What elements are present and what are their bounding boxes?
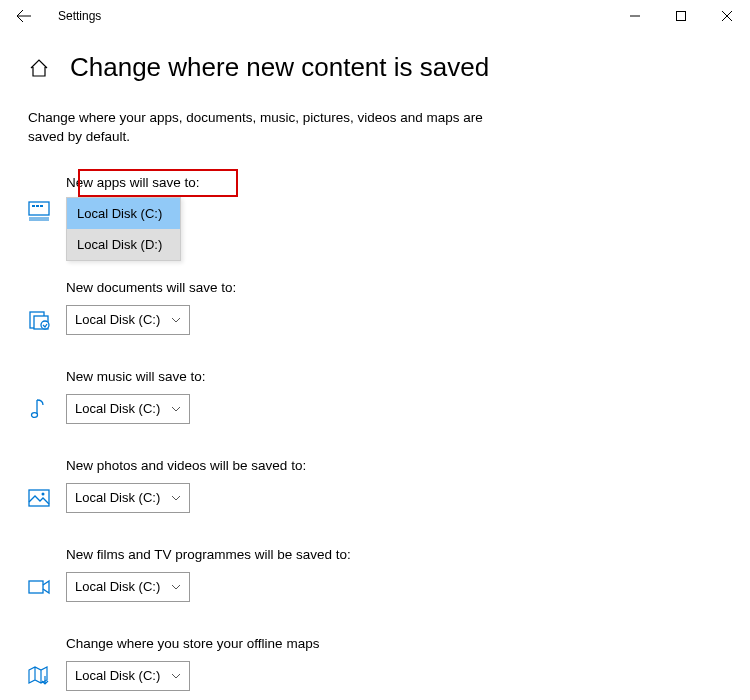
- home-icon[interactable]: [28, 57, 50, 79]
- select-value: Local Disk (C:): [75, 579, 160, 594]
- section-films: New films and TV programmes will be save…: [28, 547, 750, 602]
- maximize-icon: [676, 11, 686, 21]
- window-controls: [612, 0, 750, 32]
- svg-rect-9: [29, 490, 49, 506]
- select-value: Local Disk (C:): [75, 401, 160, 416]
- minimize-icon: [630, 11, 640, 21]
- films-icon: [28, 576, 50, 598]
- svg-rect-0: [677, 12, 686, 21]
- section-label: New films and TV programmes will be save…: [66, 547, 351, 562]
- chevron-down-icon: [171, 673, 181, 679]
- svg-rect-1: [29, 202, 49, 215]
- section-label: New documents will save to:: [66, 280, 236, 295]
- dropdown-option[interactable]: Local Disk (D:): [67, 229, 180, 260]
- chevron-down-icon: [171, 406, 181, 412]
- music-select[interactable]: Local Disk (C:): [66, 394, 190, 424]
- back-button[interactable]: [8, 8, 40, 24]
- svg-point-8: [32, 412, 38, 417]
- dropdown-option[interactable]: Local Disk (C:): [67, 198, 180, 229]
- apps-icon: [28, 200, 50, 222]
- select-value: Local Disk (C:): [75, 312, 160, 327]
- chevron-down-icon: [171, 317, 181, 323]
- minimize-button[interactable]: [612, 0, 658, 32]
- documents-select[interactable]: Local Disk (C:): [66, 305, 190, 335]
- svg-rect-4: [40, 205, 43, 207]
- window-title: Settings: [58, 9, 101, 23]
- section-apps: New apps will save to: Local Disk (C:) L…: [28, 175, 750, 222]
- films-select[interactable]: Local Disk (C:): [66, 572, 190, 602]
- back-arrow-icon: [16, 8, 32, 24]
- maps-select[interactable]: Local Disk (C:): [66, 661, 190, 691]
- svg-rect-3: [36, 205, 39, 207]
- chevron-down-icon: [171, 584, 181, 590]
- documents-icon: [28, 309, 50, 331]
- section-label: Change where you store your offline maps: [66, 636, 319, 651]
- section-maps: Change where you store your offline maps…: [28, 636, 750, 691]
- svg-point-10: [42, 492, 45, 495]
- sections-container: New apps will save to: Local Disk (C:) L…: [0, 155, 750, 691]
- photos-select[interactable]: Local Disk (C:): [66, 483, 190, 513]
- music-icon: [28, 398, 50, 420]
- page-title: Change where new content is saved: [70, 52, 489, 83]
- maximize-button[interactable]: [658, 0, 704, 32]
- section-photos: New photos and videos will be saved to: …: [28, 458, 750, 513]
- close-icon: [722, 11, 732, 21]
- page-header: Change where new content is saved: [0, 32, 750, 91]
- chevron-down-icon: [171, 495, 181, 501]
- select-value: Local Disk (C:): [75, 668, 160, 683]
- close-button[interactable]: [704, 0, 750, 32]
- section-documents: New documents will save to: Local Disk (…: [28, 280, 750, 335]
- section-label: New photos and videos will be saved to:: [66, 458, 306, 473]
- section-label: New apps will save to:: [66, 175, 200, 190]
- svg-rect-11: [29, 581, 43, 593]
- svg-rect-2: [32, 205, 35, 207]
- titlebar: Settings: [0, 0, 750, 32]
- select-value: Local Disk (C:): [75, 490, 160, 505]
- section-label: New music will save to:: [66, 369, 206, 384]
- section-music: New music will save to: Local Disk (C:): [28, 369, 750, 424]
- maps-icon: [28, 665, 50, 687]
- photos-icon: [28, 487, 50, 509]
- apps-dropdown-menu: Local Disk (C:) Local Disk (D:): [66, 197, 181, 261]
- page-description: Change where your apps, documents, music…: [0, 91, 520, 155]
